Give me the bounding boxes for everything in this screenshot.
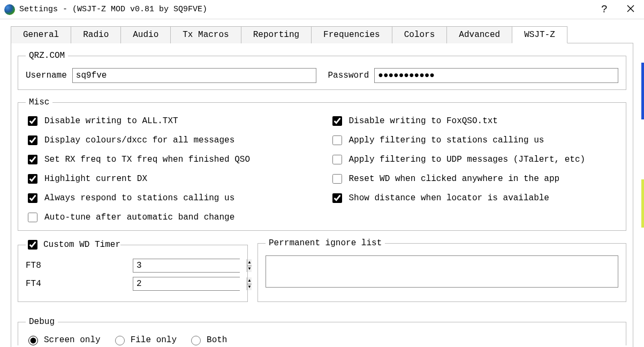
close-button[interactable] bbox=[627, 4, 634, 15]
wd-timer-legend: Custom WD Timer bbox=[43, 240, 120, 250]
ft4-value[interactable] bbox=[133, 277, 247, 290]
tab-radio[interactable]: Radio bbox=[71, 26, 121, 43]
checkbox-label: Apply filtering to stations calling us bbox=[349, 135, 544, 145]
checkbox-label: Disable writing to ALL.TXT bbox=[44, 116, 178, 126]
checkbox-show-distance-when-locator-is-[interactable] bbox=[332, 193, 342, 203]
app-icon bbox=[4, 4, 15, 15]
ft4-up[interactable]: ▲ bbox=[247, 277, 252, 284]
checkbox-display-colours-dxcc-for-all-m[interactable] bbox=[28, 135, 37, 145]
radio-screen-only[interactable] bbox=[28, 336, 38, 345]
checkbox-label: Always respond to stations calling us bbox=[44, 193, 234, 203]
checkbox-label: Set RX freq to TX freq when finished QSO bbox=[44, 155, 250, 164]
ft8-label: FT8 bbox=[26, 261, 133, 270]
radio-label: Both bbox=[207, 335, 227, 345]
ft4-spinner[interactable]: ▲ ▼ bbox=[133, 277, 240, 291]
debug-group: Debug Screen onlyFile onlyBoth bbox=[18, 317, 626, 345]
window-title: Settings - (WSJT-Z MOD v0.81 by SQ9FVE) bbox=[19, 5, 601, 14]
tab-reporting[interactable]: Reporting bbox=[241, 26, 312, 43]
username-input[interactable] bbox=[72, 68, 316, 83]
qrz-legend: QRZ.COM bbox=[26, 51, 68, 61]
checkbox-label: Apply filtering to UDP messages (JTalert… bbox=[349, 155, 586, 164]
titlebar: Settings - (WSJT-Z MOD v0.81 by SQ9FVE) … bbox=[0, 0, 644, 19]
ft8-spinner[interactable]: ▲ ▼ bbox=[133, 259, 240, 273]
tab-bar: GeneralRadioAudioTx MacrosReportingFrequ… bbox=[11, 26, 633, 43]
scrollbar-indicator bbox=[641, 29, 644, 347]
checkbox-label: Auto-tune after automatic band change bbox=[44, 213, 234, 222]
debug-legend: Debug bbox=[26, 317, 58, 327]
checkbox-reset-wd-when-clicked-anywhere[interactable] bbox=[332, 174, 342, 184]
ignore-legend: Perrmanent ignore list bbox=[266, 238, 385, 248]
wd-timer-group: Custom WD Timer FT8 ▲ ▼ FT4 bbox=[18, 238, 248, 302]
radio-both[interactable] bbox=[191, 336, 201, 345]
password-input[interactable] bbox=[374, 68, 618, 83]
checkbox-apply-filtering-to-udp-message[interactable] bbox=[332, 155, 342, 164]
checkbox-always-respond-to-stations-cal[interactable] bbox=[28, 193, 37, 203]
radio-file-only[interactable] bbox=[115, 336, 125, 345]
ft8-up[interactable]: ▲ bbox=[247, 259, 252, 266]
password-label: Password bbox=[328, 71, 369, 80]
misc-legend: Misc bbox=[26, 97, 52, 107]
username-label: Username bbox=[26, 71, 67, 80]
checkbox-label: Highlight current DX bbox=[44, 174, 147, 184]
ft8-value[interactable] bbox=[133, 259, 247, 272]
radio-label: Screen only bbox=[44, 335, 101, 345]
tab-panel-wsjtz: QRZ.COM Username Password Misc Disable w… bbox=[11, 43, 633, 347]
checkbox-disable-writing-to-foxqso-txt[interactable] bbox=[332, 116, 342, 126]
tab-advanced[interactable]: Advanced bbox=[446, 26, 512, 43]
checkbox-label: Show distance when locator is available bbox=[349, 193, 549, 203]
ft4-down[interactable]: ▼ bbox=[247, 284, 252, 291]
tab-frequencies[interactable]: Frequencies bbox=[311, 26, 392, 43]
tab-tx-macros[interactable]: Tx Macros bbox=[170, 26, 241, 43]
tab-wsjt-z[interactable]: WSJT-Z bbox=[512, 26, 567, 43]
ft8-down[interactable]: ▼ bbox=[247, 266, 252, 273]
tab-colors[interactable]: Colors bbox=[392, 26, 448, 43]
checkbox-apply-filtering-to-stations-ca[interactable] bbox=[332, 135, 342, 145]
checkbox-highlight-current-dx[interactable] bbox=[28, 174, 37, 184]
tab-audio[interactable]: Audio bbox=[120, 26, 171, 43]
ignore-list-group: Perrmanent ignore list bbox=[257, 238, 626, 302]
checkbox-set-rx-freq-to-tx-freq-when-fi[interactable] bbox=[28, 155, 37, 164]
checkbox-auto-tune-after-automatic-band[interactable] bbox=[28, 213, 37, 222]
checkbox-disable-writing-to-all-txt[interactable] bbox=[28, 116, 37, 126]
radio-label: File only bbox=[131, 335, 177, 345]
ignore-list-input[interactable] bbox=[266, 255, 618, 288]
checkbox-label: Reset WD when clicked anywhere in the ap… bbox=[349, 174, 560, 184]
ft4-label: FT4 bbox=[26, 279, 133, 289]
qrz-group: QRZ.COM Username Password bbox=[18, 51, 626, 90]
misc-group: Misc Disable writing to ALL.TXTDisable w… bbox=[18, 97, 626, 231]
help-button[interactable]: ? bbox=[601, 3, 608, 16]
checkbox-label: Disable writing to FoxQSO.txt bbox=[349, 116, 498, 126]
checkbox-label: Display colours/dxcc for all messages bbox=[44, 135, 234, 145]
tab-general[interactable]: General bbox=[11, 26, 71, 43]
wd-timer-checkbox[interactable] bbox=[28, 240, 37, 250]
